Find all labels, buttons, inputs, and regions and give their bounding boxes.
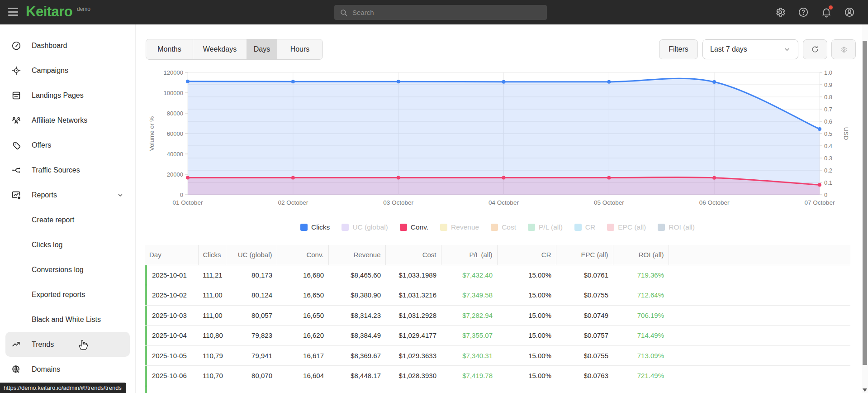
sidebar-item-reports[interactable]: Reports (5, 182, 130, 207)
sidebar-subitem-conversions-log[interactable]: Conversions log (5, 257, 130, 282)
table-cell: $4,265.51 (441, 386, 497, 393)
scrollbar-track[interactable] (862, 24, 868, 393)
table-cell: $1,029.3633 (385, 345, 441, 366)
search-bar[interactable] (334, 5, 547, 20)
table-cell: 79,823 (226, 326, 277, 346)
svg-text:0.2: 0.2 (824, 167, 832, 174)
date-range-select[interactable]: Last 7 days (702, 39, 798, 59)
table-cell: 16,680 (277, 265, 328, 285)
table-cell: $7,432.40 (441, 265, 497, 285)
sidebar-subitem-create-report[interactable]: Create report (5, 207, 130, 232)
sidebar-subitem-exported-reports[interactable]: Exported reports (5, 282, 130, 307)
dashboard-icon (11, 41, 21, 51)
scrollbar-thumb[interactable] (863, 41, 867, 365)
legend-item-cr[interactable]: CR (574, 223, 595, 231)
sidebar-item-label: Dashboard (32, 42, 67, 50)
table-cell: 15.00% (497, 265, 556, 285)
svg-text:40000: 40000 (167, 151, 183, 158)
svg-text:0: 0 (180, 192, 183, 198)
sidebar-item-dashboard[interactable]: Dashboard (5, 33, 130, 58)
tab-months[interactable]: Months (146, 39, 193, 59)
tab-hours[interactable]: Hours (277, 39, 323, 59)
column-header-cr[interactable]: CR (497, 245, 556, 265)
help-icon[interactable] (798, 7, 809, 18)
column-header-revenue[interactable]: Revenue (328, 245, 385, 265)
search-input[interactable] (352, 9, 541, 16)
table-cell: $7,349.58 (441, 285, 497, 306)
column-header-p-l-all-[interactable]: P/L (all) (441, 245, 497, 265)
table-cell: 15.00% (497, 326, 556, 346)
legend-item-uc-global-[interactable]: UC (global) (342, 223, 388, 231)
legend-item-p-l-all-[interactable]: P/L (all) (528, 223, 563, 231)
column-header-cost[interactable]: Cost (385, 245, 441, 265)
svg-text:0.1: 0.1 (824, 179, 832, 186)
table-cell: $8,384.49 (328, 326, 385, 346)
landings-icon (11, 91, 21, 101)
sidebar-item-trends[interactable]: Trends (5, 332, 130, 357)
legend-swatch (528, 224, 535, 231)
table-cell: 714.49% (613, 326, 669, 346)
refresh-button[interactable] (803, 39, 827, 59)
refresh-icon (811, 45, 820, 54)
svg-text:07 October: 07 October (805, 199, 835, 206)
legend-item-revenue[interactable]: Revenue (440, 223, 479, 231)
table-cell-filler (669, 386, 850, 393)
table-cell: $8,314.23 (328, 305, 385, 326)
table-cell: 80,057 (226, 305, 277, 326)
legend-item-clicks[interactable]: Clicks (300, 223, 330, 231)
trends-icon (11, 340, 21, 350)
table-cell: 15.00% (497, 345, 556, 366)
table-cell: $4,863.34 (328, 386, 385, 393)
svg-text:06 October: 06 October (699, 199, 730, 206)
sidebar-item-campaigns[interactable]: Campaigns (5, 58, 130, 83)
svg-text:100000: 100000 (164, 90, 183, 96)
table-cell: 16,650 (277, 285, 328, 306)
bell-icon[interactable] (821, 7, 832, 18)
table-cell: $7,355.07 (441, 326, 497, 346)
column-header-day[interactable]: Day (145, 245, 198, 265)
gear-icon[interactable] (775, 7, 786, 18)
table-cell: $0.0761 (556, 265, 613, 285)
column-header-roi-all-[interactable]: ROI (all) (613, 245, 669, 265)
trends-table: DayClicksUC (global)Conv.RevenueCostP/L … (145, 245, 850, 393)
column-header-conv-[interactable]: Conv. (277, 245, 328, 265)
column-header-uc-global-[interactable]: UC (global) (226, 245, 277, 265)
scrollbar-down-arrow[interactable] (863, 388, 867, 392)
sidebar-item-affiliate-networks[interactable]: Affiliate Networks (5, 108, 130, 133)
tab-days[interactable]: Days (247, 39, 277, 59)
legend-swatch (342, 224, 349, 231)
table-cell: 2025-10-01 (145, 265, 198, 285)
table-cell: 706.19% (613, 305, 669, 326)
legend-swatch (400, 224, 407, 231)
keitaro-logo[interactable]: Keitaro (26, 4, 72, 20)
table-cell: $1,031.3216 (385, 285, 441, 306)
hamburger-menu-icon[interactable] (8, 8, 19, 17)
legend-item-epc-all-[interactable]: EPC (all) (607, 223, 646, 231)
table-cell-filler (669, 345, 850, 366)
svg-text:20000: 20000 (167, 171, 183, 178)
column-header-clicks[interactable]: Clicks (198, 245, 226, 265)
chart-settings-button[interactable] (831, 39, 856, 59)
column-header-epc-all-[interactable]: EPC (all) (556, 245, 613, 265)
svg-text:120000: 120000 (164, 69, 183, 76)
table-cell: $7,340.31 (441, 345, 497, 366)
submenu-guide-line (17, 209, 17, 330)
tab-weekdays[interactable]: Weekdays (193, 39, 247, 59)
sidebar-subitem-black-and-white-lists[interactable]: Black and White Lists (5, 307, 130, 332)
table-cell: 2025-10-03 (145, 305, 198, 326)
sidebar-item-offers[interactable]: sOffers (5, 133, 130, 158)
sidebar-item-landings-pages[interactable]: Landings Pages (5, 83, 130, 108)
table-cell: $1,031.2928 (385, 305, 441, 326)
legend-item-cost[interactable]: Cost (491, 223, 516, 231)
env-label: demo (77, 6, 90, 12)
legend-item-conv-[interactable]: Conv. (400, 223, 428, 231)
account-icon[interactable] (844, 7, 855, 18)
sidebar-item-traffic-sources[interactable]: Traffic Sources (5, 158, 130, 182)
sidebar-subitem-clicks-log[interactable]: Clicks log (5, 232, 130, 257)
table-cell: $0.0754 (556, 386, 613, 393)
filters-button[interactable]: Filters (659, 39, 698, 59)
legend-swatch (607, 224, 614, 231)
legend-item-roi-all-[interactable]: ROI (all) (658, 223, 695, 231)
sidebar-item-domains[interactable]: Domains (5, 357, 130, 382)
table-cell: 713.5% (613, 386, 669, 393)
